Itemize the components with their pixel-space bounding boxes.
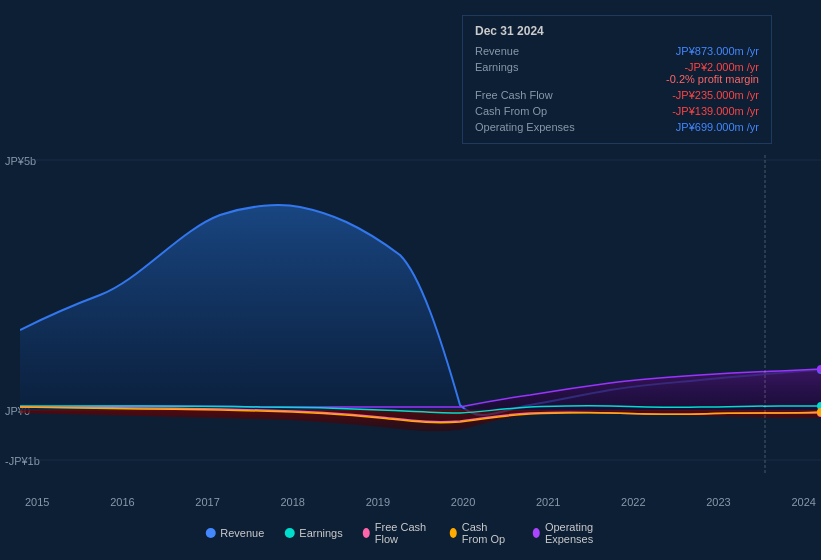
x-label-2022: 2022 xyxy=(621,496,645,508)
tooltip-value-fcf: -JP¥235.000m /yr xyxy=(672,89,759,101)
x-label-2016: 2016 xyxy=(110,496,134,508)
tooltip-row-fcf: Free Cash Flow -JP¥235.000m /yr xyxy=(475,87,759,103)
chart-svg xyxy=(20,155,821,475)
chart-legend: Revenue Earnings Free Cash Flow Cash Fro… xyxy=(205,521,616,545)
tooltip-row-revenue: Revenue JP¥873.000m /yr xyxy=(475,43,759,59)
x-label-2019: 2019 xyxy=(366,496,390,508)
legend-item-opex[interactable]: Operating Expenses xyxy=(533,521,616,545)
legend-item-fcf[interactable]: Free Cash Flow xyxy=(363,521,430,545)
x-label-2023: 2023 xyxy=(706,496,730,508)
tooltip-date: Dec 31 2024 xyxy=(475,24,759,38)
tooltip-label-opex: Operating Expenses xyxy=(475,121,585,133)
legend-label-revenue: Revenue xyxy=(220,527,264,539)
legend-label-cashop: Cash From Op xyxy=(462,521,513,545)
x-label-2017: 2017 xyxy=(195,496,219,508)
x-label-2021: 2021 xyxy=(536,496,560,508)
x-label-2015: 2015 xyxy=(25,496,49,508)
x-label-2018: 2018 xyxy=(280,496,304,508)
tooltip-row-cashop: Cash From Op -JP¥139.000m /yr xyxy=(475,103,759,119)
legend-item-revenue[interactable]: Revenue xyxy=(205,527,264,539)
tooltip-label-earnings: Earnings xyxy=(475,61,585,73)
tooltip-value-revenue: JP¥873.000m /yr xyxy=(676,45,759,57)
legend-label-opex: Operating Expenses xyxy=(545,521,616,545)
chart-container: Dec 31 2024 Revenue JP¥873.000m /yr Earn… xyxy=(0,0,821,560)
legend-label-earnings: Earnings xyxy=(299,527,342,539)
tooltip-box: Dec 31 2024 Revenue JP¥873.000m /yr Earn… xyxy=(462,15,772,144)
tooltip-value-earnings-margin: -0.2% profit margin xyxy=(666,73,759,85)
legend-dot-revenue xyxy=(205,528,215,538)
tooltip-value-opex: JP¥699.000m /yr xyxy=(676,121,759,133)
x-axis-labels: 2015 2016 2017 2018 2019 2020 2021 2022 … xyxy=(20,496,821,508)
tooltip-value-cashop: -JP¥139.000m /yr xyxy=(672,105,759,117)
tooltip-label-cashop: Cash From Op xyxy=(475,105,585,117)
tooltip-label-revenue: Revenue xyxy=(475,45,585,57)
legend-dot-fcf xyxy=(363,528,370,538)
legend-item-cashop[interactable]: Cash From Op xyxy=(450,521,513,545)
x-label-2020: 2020 xyxy=(451,496,475,508)
legend-item-earnings[interactable]: Earnings xyxy=(284,527,342,539)
tooltip-row-earnings: Earnings -JP¥2.000m /yr -0.2% profit mar… xyxy=(475,59,759,87)
x-label-2024: 2024 xyxy=(791,496,815,508)
legend-dot-cashop xyxy=(450,528,457,538)
tooltip-value-earnings: -JP¥2.000m /yr xyxy=(684,61,759,73)
tooltip-row-opex: Operating Expenses JP¥699.000m /yr xyxy=(475,119,759,135)
legend-dot-earnings xyxy=(284,528,294,538)
legend-dot-opex xyxy=(533,528,540,538)
tooltip-values-earnings-col: -JP¥2.000m /yr -0.2% profit margin xyxy=(666,61,759,85)
legend-label-fcf: Free Cash Flow xyxy=(375,521,430,545)
tooltip-label-fcf: Free Cash Flow xyxy=(475,89,585,101)
